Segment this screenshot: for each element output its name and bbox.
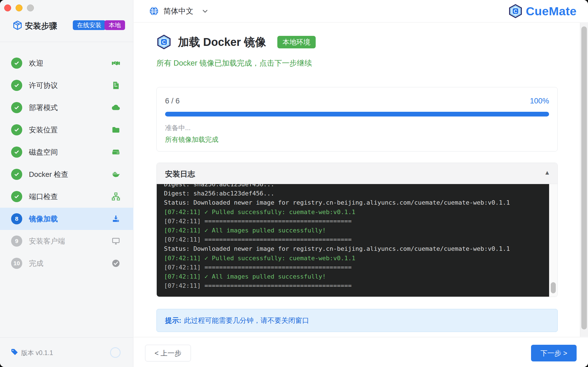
terminal-lines: Digest: sha256:abc123def456... Digest: s… [164, 184, 549, 290]
step-number-badge: 10 [11, 258, 22, 269]
zoom-button [27, 4, 34, 11]
topbar: 简体中文 C CueMate [134, 0, 588, 23]
step-image-load[interactable]: 8 镜像加载 [0, 208, 133, 230]
prev-step-button[interactable]: < 上一步 [145, 345, 191, 361]
license-document-icon [112, 81, 120, 90]
install-log-panel: 安装日志 ▲ Digest: sha256:abc123def456... Di… [156, 163, 558, 297]
step-label: 镜像加载 [29, 208, 58, 230]
online-install-badge: 在线安装 [73, 20, 106, 30]
log-line: [07:42:11] =============================… [164, 217, 549, 226]
page-subtitle: 所有 Docker 镜像已加载完成，点击下一步继续 [156, 58, 312, 68]
progress-bar-fill [165, 112, 549, 116]
page-title: 加载 Docker 镜像 [178, 34, 266, 50]
steps-list: 欢迎 许可协议 [0, 52, 133, 274]
monitor-icon [112, 237, 120, 245]
log-line: [07:42:11] =============================… [164, 235, 549, 244]
step-docker-check[interactable]: Docker 检查 [0, 163, 133, 185]
step-port-check[interactable]: 端口检查 [0, 185, 133, 208]
progress-percent: 100% [530, 97, 549, 105]
step-done-check-icon [11, 191, 22, 202]
step-welcome[interactable]: 欢迎 [0, 52, 133, 74]
step-label: 欢迎 [29, 52, 43, 74]
svg-text:C: C [514, 9, 517, 14]
collapse-triangle-icon[interactable]: ▲ [544, 169, 550, 176]
local-badge: 本地 [104, 20, 125, 30]
language-selector[interactable]: 简体中文 [149, 5, 208, 17]
log-line: [07:42:11] =============================… [164, 281, 549, 290]
log-line: Digest: sha256:abc123def456... [164, 184, 549, 189]
handshake-icon [112, 59, 120, 67]
minimize-button[interactable] [16, 4, 23, 11]
step-label: Docker 检查 [29, 163, 68, 185]
step-install-location[interactable]: 安装位置 [0, 119, 133, 141]
step-number-badge: 8 [11, 213, 22, 224]
log-line: [07:42:11] ✓ All images pulled successfu… [164, 226, 549, 235]
spinner-icon [110, 347, 121, 358]
step-label: 部署模式 [29, 96, 58, 119]
brand: C CueMate [508, 4, 577, 19]
log-line: [07:42:11] ✓ Pulled successfully: cuemat… [164, 254, 549, 263]
version-row: 版本 v0.1.1 [0, 345, 133, 360]
check-circle-icon [112, 259, 120, 267]
tip-prefix: 提示: [165, 316, 181, 325]
package-icon [12, 20, 23, 31]
log-line: Status: Downloaded newer image for regis… [164, 198, 549, 207]
sidebar-footer-divider [0, 337, 133, 338]
progress-count: 6 / 6 [165, 97, 180, 105]
step-license[interactable]: 许可协议 [0, 74, 133, 96]
log-header[interactable]: 安装日志 ▲ [157, 163, 557, 184]
progress-card: 6 / 6 100% 准备中... 所有镜像加载完成 [156, 87, 558, 152]
step-label: 磁盘空间 [29, 141, 58, 163]
sidebar-header: 安装步骤 在线安装 本地 [0, 19, 133, 32]
download-icon [112, 215, 120, 223]
installer-window: 安装步骤 在线安装 本地 欢迎 [0, 0, 588, 367]
footer-bar: < 上一步 下一步 > [134, 337, 588, 367]
terminal-scrollbar-thumb[interactable] [551, 282, 556, 293]
globe-icon [149, 6, 159, 16]
traffic-lights [4, 4, 34, 11]
progress-done-status: 所有镜像加载完成 [165, 135, 218, 144]
cloud-icon [112, 103, 120, 112]
progress-counts: 6 / 6 100% [165, 97, 549, 105]
step-done-check-icon [11, 58, 22, 69]
step-finish[interactable]: 10 完成 [0, 252, 133, 274]
log-line: [07:42:11] =============================… [164, 263, 549, 272]
sidebar-divider [0, 42, 133, 42]
step-done-check-icon [11, 169, 22, 180]
step-label: 安装客户端 [29, 230, 65, 252]
cuemate-page-icon: C [156, 34, 172, 50]
content: C 加载 Docker 镜像 本地环境 所有 Docker 镜像已加载完成，点击… [134, 23, 588, 337]
main-scrollbar-thumb[interactable] [581, 26, 587, 329]
main-area: 简体中文 C CueMate [134, 0, 588, 367]
tip-box: 提示: 此过程可能需要几分钟，请不要关闭窗口 [156, 309, 558, 332]
svg-text:C: C [162, 39, 166, 45]
title-row: C 加载 Docker 镜像 本地环境 [156, 34, 316, 50]
terminal-scrollbar-track[interactable] [549, 184, 557, 297]
progress-status: 准备中... [165, 123, 191, 132]
step-label: 许可协议 [29, 74, 58, 96]
close-button[interactable] [4, 4, 11, 11]
log-title: 安装日志 [165, 169, 195, 179]
brand-name: CueMate [526, 4, 577, 18]
step-disk-space[interactable]: 磁盘空间 [0, 141, 133, 163]
step-install-client[interactable]: 9 安装客户端 [0, 230, 133, 252]
chevron-down-icon [202, 8, 208, 14]
hard-drive-icon [112, 148, 120, 156]
step-done-check-icon [11, 147, 22, 158]
language-label: 简体中文 [163, 6, 193, 16]
next-step-button[interactable]: 下一步 > [531, 345, 577, 361]
sidebar: 安装步骤 在线安装 本地 欢迎 [0, 0, 133, 367]
log-line: [07:42:11] ✓ Pulled successfully: cuemat… [164, 207, 549, 217]
log-line: Status: Downloaded newer image for regis… [164, 244, 549, 253]
sidebar-title: 安装步骤 [25, 21, 57, 32]
step-label: 安装位置 [29, 119, 58, 141]
step-label: 完成 [29, 252, 43, 274]
folder-icon [112, 126, 120, 134]
step-done-check-icon [11, 124, 22, 135]
terminal-output[interactable]: Digest: sha256:abc123def456... Digest: s… [157, 184, 549, 297]
tip-text: 此过程可能需要几分钟，请不要关闭窗口 [184, 316, 309, 325]
main-scrollbar-track[interactable] [580, 23, 588, 337]
step-done-check-icon [11, 80, 22, 91]
env-badge: 本地环境 [277, 36, 316, 48]
step-deploy-mode[interactable]: 部署模式 [0, 96, 133, 119]
